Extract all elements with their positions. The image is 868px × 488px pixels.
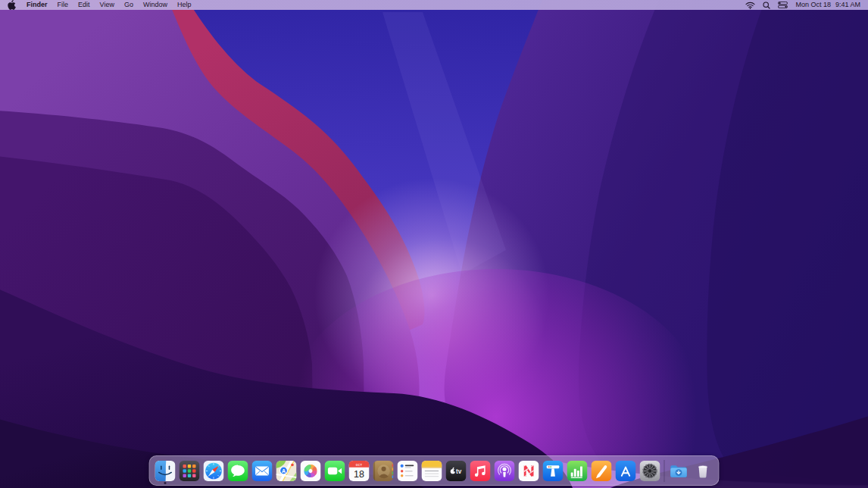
- menu-item-view[interactable]: View: [100, 0, 114, 10]
- dock-icon-podcasts[interactable]: [495, 461, 515, 481]
- apple-tv-icon: tv: [446, 461, 467, 481]
- dock-icon-pages[interactable]: [592, 461, 612, 481]
- facetime-icon: [325, 461, 345, 481]
- menu-item-go[interactable]: Go: [124, 0, 133, 10]
- maps-icon: A: [276, 461, 297, 481]
- photos-icon: [301, 461, 321, 481]
- desktop: Finder File Edit View Go Window Help: [0, 0, 868, 488]
- dock-icon-news[interactable]: [519, 461, 539, 481]
- reminders-icon: [398, 461, 418, 481]
- news-icon: [519, 461, 539, 481]
- menu-item-help[interactable]: Help: [177, 0, 192, 10]
- svg-text:tv: tv: [456, 468, 462, 475]
- spotlight-search-icon[interactable]: [763, 2, 770, 9]
- keynote-icon: [543, 461, 564, 481]
- finder-icon: [155, 461, 176, 481]
- dock-icon-system-preferences[interactable]: [640, 461, 660, 481]
- dock-icon-launchpad[interactable]: [180, 461, 200, 481]
- dock-icon-keynote[interactable]: [543, 461, 564, 481]
- dock-icon-contacts[interactable]: [373, 461, 394, 481]
- apple-menu[interactable]: [8, 0, 16, 10]
- apple-logo-icon: [8, 0, 16, 10]
- menu-bar: Finder File Edit View Go Window Help: [0, 0, 868, 10]
- dock-icon-photos[interactable]: [301, 461, 321, 481]
- notes-icon: [422, 461, 442, 481]
- dock-icon-music[interactable]: [470, 461, 491, 481]
- pages-icon: [592, 461, 612, 481]
- dock-icon-notes[interactable]: [422, 461, 442, 481]
- dock-icon-downloads[interactable]: [669, 461, 689, 481]
- menu-bar-clock[interactable]: Mon Oct 18 9:41 AM: [795, 0, 860, 10]
- dock-icon-apple-tv[interactable]: tv: [446, 461, 467, 481]
- dock-icon-numbers[interactable]: [567, 461, 588, 481]
- svg-text:A: A: [282, 468, 286, 473]
- menu-bar-left: Finder File Edit View Go Window Help: [8, 0, 201, 10]
- control-center-icon[interactable]: [778, 2, 788, 8]
- music-icon: [470, 461, 491, 481]
- dock-icon-reminders[interactable]: [398, 461, 418, 481]
- system-preferences-icon: [640, 461, 660, 481]
- messages-icon: [228, 461, 248, 481]
- dock-icon-finder[interactable]: [155, 461, 176, 481]
- menu-item-edit[interactable]: Edit: [78, 0, 90, 10]
- downloads-folder-icon: [669, 461, 689, 481]
- wifi-icon[interactable]: [745, 2, 755, 9]
- app-store-icon: [616, 461, 636, 481]
- dock-icon-mail[interactable]: [252, 461, 273, 481]
- finder-running-indicator: [164, 482, 167, 484]
- clock-date: Mon Oct 18: [795, 0, 831, 10]
- dock-icon-messages[interactable]: [228, 461, 248, 481]
- contacts-icon: [373, 461, 394, 481]
- dock: A: [149, 455, 720, 486]
- menu-item-window[interactable]: Window: [143, 0, 167, 10]
- trash-icon: [693, 461, 713, 481]
- menu-item-finder[interactable]: Finder: [27, 0, 48, 10]
- svg-text:OCT: OCT: [356, 463, 363, 466]
- dock-icon-facetime[interactable]: [325, 461, 345, 481]
- dock-divider: [664, 460, 665, 482]
- menu-item-file[interactable]: File: [58, 0, 69, 10]
- dock-icon-maps[interactable]: A: [276, 461, 297, 481]
- dock-icon-safari[interactable]: [204, 461, 224, 481]
- podcasts-icon: [495, 461, 515, 481]
- desktop-wallpaper-monterey: [0, 0, 868, 488]
- mail-icon: [252, 461, 273, 481]
- clock-time: 9:41 AM: [835, 0, 860, 10]
- dock-icon-calendar[interactable]: OCT 18: [349, 461, 370, 481]
- safari-icon: [204, 461, 224, 481]
- calendar-icon: OCT 18: [349, 461, 370, 481]
- launchpad-icon: [180, 461, 200, 481]
- dock-icon-app-store[interactable]: [616, 461, 636, 481]
- menu-bar-status-area: Mon Oct 18 9:41 AM: [738, 0, 860, 10]
- numbers-icon: [567, 461, 588, 481]
- svg-text:18: 18: [354, 469, 364, 480]
- dock-icon-trash[interactable]: [693, 461, 713, 481]
